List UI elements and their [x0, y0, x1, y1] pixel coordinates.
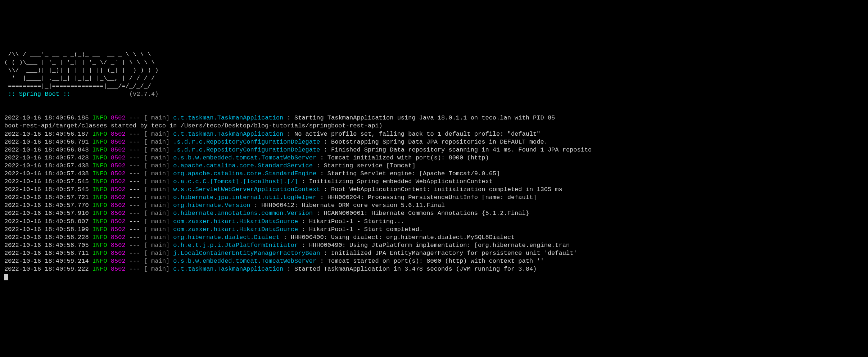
- log-line: 2022-10-16 18:40:58.007 INFO 8502 --- [ …: [4, 218, 864, 226]
- cursor: [4, 274, 8, 280]
- log-level: INFO: [92, 210, 111, 217]
- log-logger: o.apache.catalina.core.StandardService: [173, 162, 316, 169]
- log-line: 2022-10-16 18:40:57.423 INFO 8502 --- [ …: [4, 154, 864, 162]
- log-message: Tomcat started on port(s): 8000 (http) w…: [327, 258, 544, 265]
- log-logger: j.LocalContainerEntityManagerFactoryBean: [173, 250, 320, 257]
- log-thread: [ main]: [144, 178, 169, 185]
- log-pid: 8502: [111, 218, 126, 225]
- log-pid: 8502: [111, 210, 126, 217]
- log-pid: 8502: [111, 202, 126, 209]
- log-level: INFO: [92, 154, 111, 161]
- log-pid: 8502: [111, 266, 126, 272]
- log-timestamp: 2022-10-16 18:40:58.199: [4, 226, 89, 233]
- log-thread: [ main]: [144, 250, 169, 257]
- log-level: INFO: [92, 162, 111, 169]
- log-line: 2022-10-16 18:40:57.770 INFO 8502 --- [ …: [4, 202, 864, 209]
- log-pid: 8502: [111, 170, 126, 177]
- log-pid: 8502: [111, 194, 126, 201]
- log-thread: [ main]: [144, 266, 169, 272]
- log-timestamp: 2022-10-16 18:40:56.791: [4, 139, 89, 145]
- log-level: INFO: [92, 146, 111, 153]
- banner-line: =========|_|==============|___/=/_/_/_/: [4, 83, 151, 90]
- log-pid: 8502: [111, 186, 126, 193]
- log-level: INFO: [92, 242, 111, 249]
- log-line: 2022-10-16 18:40:57.438 INFO 8502 --- [ …: [4, 170, 864, 178]
- log-level: INFO: [92, 250, 111, 257]
- log-level: INFO: [92, 139, 111, 145]
- log-pid: 8502: [111, 250, 126, 257]
- log-message: HHH000204: Processing PersistenceUnitInf…: [327, 194, 537, 201]
- log-line: 2022-10-16 18:40:59.222 INFO 8502 --- [ …: [4, 265, 864, 273]
- log-logger: o.s.b.w.embedded.tomcat.TomcatWebServer: [173, 258, 320, 265]
- log-message: HikariPool-1 - Starting...: [309, 218, 404, 225]
- log-timestamp: 2022-10-16 18:40:57.721: [4, 194, 89, 201]
- log-message: Root WebApplicationContext: initializati…: [331, 186, 562, 193]
- log-line: 2022-10-16 18:40:56.843 INFO 8502 --- [ …: [4, 146, 864, 154]
- log-line: 2022-10-16 18:40:58.711 INFO 8502 --- [ …: [4, 249, 864, 257]
- log-logger: org.hibernate.dialect.Dialect: [173, 234, 283, 241]
- log-thread: [ main]: [144, 170, 169, 177]
- log-timestamp: 2022-10-16 18:40:58.711: [4, 250, 89, 257]
- log-thread: [ main]: [144, 194, 169, 201]
- log-line: 2022-10-16 18:40:57.545 INFO 8502 --- [ …: [4, 178, 864, 186]
- log-line: 2022-10-16 18:40:57.721 INFO 8502 --- [ …: [4, 194, 864, 202]
- banner-line: ( ( )\___ | '_ | '_| | '_ \/ _` | \ \ \ …: [4, 59, 155, 66]
- log-thread: [ main]: [144, 139, 169, 145]
- log-timestamp: 2022-10-16 18:40:56.185: [4, 114, 89, 121]
- log-level: INFO: [92, 234, 111, 241]
- log-message: Tomcat initialized with port(s): 8000 (h…: [327, 154, 489, 161]
- log-level: INFO: [92, 178, 111, 185]
- log-thread: [ main]: [144, 210, 169, 217]
- log-message: Initializing Spring embedded WebApplicat…: [309, 178, 493, 185]
- spring-banner: /\\ / ___'_ __ _ _(_)_ __ __ _ \ \ \ \ (…: [4, 42, 864, 98]
- log-logger: c.t.taskman.TaskmanApplication: [173, 131, 287, 137]
- banner-line: /\\ / ___'_ __ _ _(_)_ __ __ _ \ \ \ \: [4, 51, 151, 58]
- log-line: 2022-10-16 18:40:58.228 INFO 8502 --- [ …: [4, 234, 864, 241]
- log-thread: [ main]: [144, 218, 169, 225]
- log-message: Starting Servlet engine: [Apache Tomcat/…: [327, 170, 500, 177]
- log-timestamp: 2022-10-16 18:40:57.910: [4, 210, 89, 217]
- log-logger: o.h.e.t.j.p.i.JtaPlatformInitiator: [173, 242, 302, 249]
- log-thread: [ main]: [144, 154, 169, 161]
- log-pid: 8502: [111, 114, 126, 121]
- log-timestamp: 2022-10-16 18:40:59.214: [4, 258, 89, 265]
- log-logger: w.s.c.ServletWebServerApplicationContext: [173, 186, 320, 193]
- log-timestamp: 2022-10-16 18:40:57.545: [4, 178, 89, 185]
- log-timestamp: 2022-10-16 18:40:56.187: [4, 131, 89, 137]
- log-wrap: boot-rest-api/target/classes started by …: [4, 122, 864, 130]
- log-message: Starting service [Tomcat]: [324, 162, 416, 169]
- log-logger: org.hibernate.Version: [173, 202, 254, 209]
- log-timestamp: 2022-10-16 18:40:59.222: [4, 266, 89, 272]
- log-thread: [ main]: [144, 146, 169, 153]
- log-logger: com.zaxxer.hikari.HikariDataSource: [173, 218, 302, 225]
- terminal-output: /\\ / ___'_ __ _ _(_)_ __ __ _ \ \ \ \ (…: [4, 35, 864, 281]
- log-line: 2022-10-16 18:40:57.438 INFO 8502 --- [ …: [4, 162, 864, 170]
- log-timestamp: 2022-10-16 18:40:58.007: [4, 218, 89, 225]
- log-thread: [ main]: [144, 226, 169, 233]
- log-timestamp: 2022-10-16 18:40:56.843: [4, 146, 89, 153]
- log-line: 2022-10-16 18:40:58.199 INFO 8502 --- [ …: [4, 226, 864, 234]
- log-pid: 8502: [111, 139, 126, 145]
- log-logger: o.a.c.c.C.[Tomcat].[localhost].[/]: [173, 178, 302, 185]
- log-message: HHH000490: Using JtaPlatform implementat…: [309, 242, 570, 249]
- log-pid: 8502: [111, 146, 126, 153]
- log-pid: 8502: [111, 234, 126, 241]
- log-pid: 8502: [111, 131, 126, 137]
- log-thread: [ main]: [144, 242, 169, 249]
- log-logger: c.t.taskman.TaskmanApplication: [173, 114, 287, 121]
- log-message: Started TaskmanApplication in 3.478 seco…: [294, 266, 537, 272]
- log-logger: .s.d.r.c.RepositoryConfigurationDelegate: [173, 139, 320, 145]
- log-logger: o.hibernate.jpa.internal.util.LogHelper: [173, 194, 320, 201]
- log-level: INFO: [92, 194, 111, 201]
- log-level: INFO: [92, 258, 111, 265]
- banner-line: ' |____| .__|_| |_|_| |_\__, | / / / /: [4, 75, 155, 82]
- log-message: No active profile set, falling back to 1…: [294, 131, 541, 137]
- log-logger: org.apache.catalina.core.StandardEngine: [173, 170, 320, 177]
- log-logger: .s.d.r.c.RepositoryConfigurationDelegate: [173, 146, 320, 153]
- log-message: HCANN000001: Hibernate Commons Annotatio…: [324, 210, 529, 217]
- log-thread: [ main]: [144, 162, 169, 169]
- log-pid: 8502: [111, 162, 126, 169]
- log-timestamp: 2022-10-16 18:40:57.545: [4, 186, 89, 193]
- spring-boot-version: (v2.7.4): [129, 91, 159, 98]
- log-timestamp: 2022-10-16 18:40:58.705: [4, 242, 89, 249]
